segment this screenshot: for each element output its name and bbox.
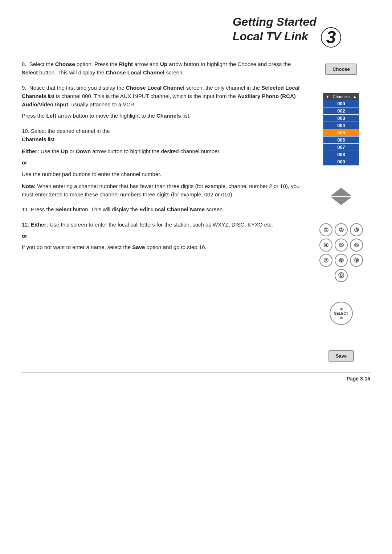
page: Getting Started Local TV Link 3 8. Selec…: [0, 0, 392, 554]
channel-008[interactable]: 008: [323, 151, 359, 158]
numpad-section: ① ② ③ ④ ⑤ ⑥ ⑦ ⑧ ⑨ ⓪: [319, 223, 363, 282]
step-12-save-text: If you do not want to enter a name, sele…: [22, 243, 305, 251]
save-button[interactable]: Save: [328, 350, 354, 362]
arrow-up-icon[interactable]: [331, 188, 351, 196]
arrow-down-icon[interactable]: [331, 197, 351, 205]
step-10-intro: 10. Select the desired channel in the Ch…: [22, 127, 305, 144]
title-line1: Getting Started: [233, 15, 317, 28]
step-10: 10. Select the desired channel in the Ch…: [22, 127, 305, 199]
channels-down-arrow: ▼: [326, 94, 330, 99]
select-button-section: SELECT: [330, 302, 353, 325]
channel-002[interactable]: 002: [323, 107, 359, 114]
content-area: 8. Select the Choose option. Press the R…: [22, 60, 312, 362]
choose-button[interactable]: Choose: [325, 64, 357, 75]
channel-007[interactable]: 007: [323, 144, 359, 151]
step-11: 11. Press the Select button. This will d…: [22, 205, 305, 213]
step-9-text2: Press the Left arrow button to move the …: [22, 111, 305, 120]
main-layout: 8. Select the Choose option. Press the R…: [22, 60, 370, 362]
step-9: 9. Notice that the first time you displa…: [22, 83, 305, 120]
chapter-number: 3: [321, 27, 341, 48]
channels-label: Channels: [333, 94, 350, 99]
select-label: SELECT: [334, 311, 348, 315]
title-line2: Local TV Link: [233, 30, 308, 43]
channels-up-arrow: ▲: [353, 94, 357, 99]
channels-section: ▼ Channels ▲ 000 002 003 004 005 006 007…: [323, 93, 359, 166]
step-9-text1: 9. Notice that the first time you displa…: [22, 83, 305, 109]
numpad-2[interactable]: ②: [335, 223, 348, 236]
step-10-note: Note: When entering a channel number tha…: [22, 182, 305, 199]
sidebar: Choose ▼ Channels ▲ 000 002 003 004 005 …: [312, 60, 370, 362]
channels-header: ▼ Channels ▲: [323, 93, 359, 100]
save-button-section: Save: [328, 350, 354, 362]
numpad-9[interactable]: ⑨: [350, 254, 363, 267]
step-12-either: 12. Either: Use this screen to enter the…: [22, 220, 305, 229]
step-12: 12. Either: Use this screen to enter the…: [22, 220, 305, 252]
numpad-5[interactable]: ⑤: [335, 239, 348, 252]
step-8: 8. Select the Choose option. Press the R…: [22, 60, 305, 77]
numpad: ① ② ③ ④ ⑤ ⑥ ⑦ ⑧ ⑨ ⓪: [319, 223, 363, 282]
choose-button-section: Choose: [325, 64, 357, 75]
step-8-text: 8. Select the Choose option. Press the R…: [22, 60, 305, 77]
channels-widget: ▼ Channels ▲ 000 002 003 004 005 006 007…: [323, 93, 359, 166]
numpad-0[interactable]: ⓪: [335, 269, 348, 282]
step-10-either: Either: Use the Up or Down arrow button …: [22, 147, 305, 155]
page-header: Getting Started Local TV Link 3: [22, 15, 370, 49]
numpad-7[interactable]: ⑦: [319, 254, 332, 267]
numpad-8[interactable]: ⑧: [335, 254, 348, 267]
channel-000[interactable]: 000: [323, 100, 359, 107]
channel-003[interactable]: 003: [323, 115, 359, 122]
arrow-buttons: [331, 188, 351, 205]
select-button[interactable]: SELECT: [330, 302, 353, 325]
page-title: Getting Started Local TV Link: [233, 15, 317, 44]
step-11-text: 11. Press the Select button. This will d…: [22, 205, 305, 213]
step-10-or1: or: [22, 158, 305, 167]
arrow-buttons-section: [331, 188, 351, 205]
step-10-numpad-text: Use the number pad buttons to enter the …: [22, 170, 305, 178]
page-number: Page 3-15: [22, 372, 370, 382]
channel-004[interactable]: 004: [323, 122, 359, 129]
select-dot-top: [340, 308, 343, 310]
channel-006[interactable]: 006: [323, 137, 359, 143]
numpad-6[interactable]: ⑥: [350, 239, 363, 252]
select-dot-bottom: [340, 317, 343, 319]
channel-009[interactable]: 009: [323, 158, 359, 165]
numpad-3[interactable]: ③: [350, 223, 363, 236]
numpad-1[interactable]: ①: [319, 223, 332, 236]
channel-005[interactable]: 005: [323, 129, 359, 136]
numpad-4[interactable]: ④: [319, 239, 332, 252]
step-12-or: or: [22, 232, 305, 240]
